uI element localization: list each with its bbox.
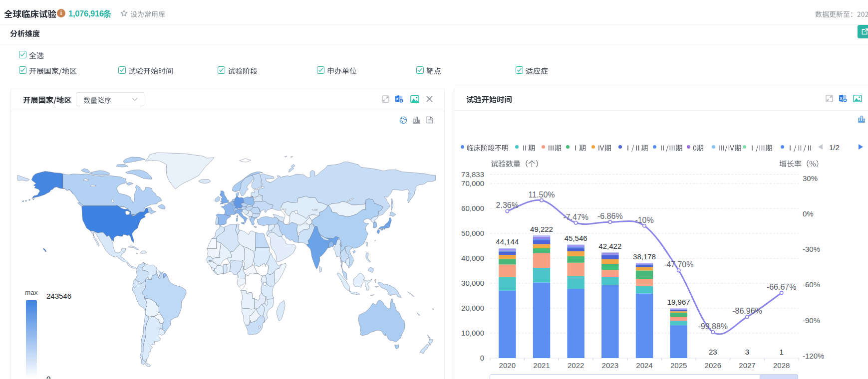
- svg-text:2027: 2027: [739, 361, 755, 370]
- svg-text:2028: 2028: [773, 361, 790, 370]
- svg-text:-6.86%: -6.86%: [597, 212, 623, 220]
- svg-text:-60%: -60%: [803, 280, 820, 289]
- svg-text:-120%: -120%: [803, 352, 824, 360]
- svg-text:44,144: 44,144: [496, 237, 519, 246]
- svg-text:30,000: 30,000: [461, 279, 484, 287]
- svg-text:2.36%: 2.36%: [496, 201, 519, 209]
- svg-text:70,000: 70,000: [461, 179, 484, 188]
- svg-text:2026: 2026: [705, 361, 721, 370]
- svg-text:19,967: 19,967: [667, 298, 690, 306]
- svg-text:2025: 2025: [670, 361, 687, 370]
- svg-text:11.50%: 11.50%: [528, 190, 555, 199]
- svg-text:-66.67%: -66.67%: [767, 283, 797, 291]
- svg-text:2022: 2022: [568, 361, 584, 370]
- svg-text:3: 3: [745, 348, 749, 356]
- svg-text:2023: 2023: [602, 361, 618, 370]
- svg-text:X: X: [840, 96, 843, 101]
- svg-text:60,000: 60,000: [461, 204, 484, 212]
- svg-text:30%: 30%: [803, 174, 818, 183]
- svg-text:42,422: 42,422: [598, 242, 621, 250]
- svg-text:-90%: -90%: [803, 316, 820, 325]
- svg-text:40,000: 40,000: [461, 254, 484, 262]
- svg-text:49,222: 49,222: [530, 225, 553, 233]
- svg-text:2024: 2024: [636, 361, 652, 370]
- svg-text:23: 23: [709, 348, 717, 356]
- svg-text:0: 0: [480, 354, 484, 362]
- svg-text:0%: 0%: [803, 209, 814, 218]
- svg-text:-99.88%: -99.88%: [698, 322, 728, 331]
- svg-text:50,000: 50,000: [461, 229, 484, 237]
- svg-text:X: X: [396, 97, 399, 101]
- svg-text:45,546: 45,546: [565, 234, 587, 242]
- svg-text:-86.96%: -86.96%: [732, 307, 762, 315]
- svg-text:-10%: -10%: [635, 216, 653, 224]
- svg-text:20,000: 20,000: [461, 304, 484, 312]
- svg-text:-7.47%: -7.47%: [563, 213, 588, 221]
- svg-text:-30%: -30%: [803, 245, 820, 253]
- svg-text:2021: 2021: [533, 361, 550, 370]
- svg-text:-47.70%: -47.70%: [664, 260, 694, 269]
- svg-text:38,178: 38,178: [633, 252, 656, 261]
- svg-text:2020: 2020: [499, 361, 516, 370]
- svg-text:73,833: 73,833: [461, 170, 484, 179]
- svg-text:1: 1: [780, 348, 784, 356]
- svg-text:10,000: 10,000: [461, 329, 484, 337]
